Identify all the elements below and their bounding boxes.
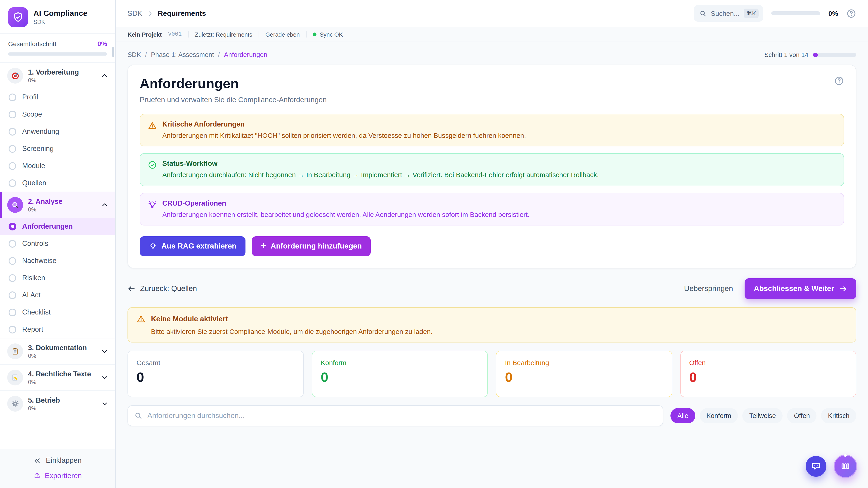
no-modules-warning: Keine Module aktiviert Bitte aktivieren …: [127, 307, 856, 343]
statusbar: Kein Projekt V001 Zuletzt: Requirements …: [116, 27, 868, 42]
section-title: 2. Analyse: [28, 197, 96, 205]
collapse-sidebar-button[interactable]: Einklappen: [34, 456, 82, 464]
stat-label: Offen: [689, 359, 847, 366]
filter-chip-kritisch[interactable]: Kritisch: [821, 408, 856, 423]
sidebar-scrollbar-thumb[interactable]: [112, 47, 114, 57]
section-title: 4. Rechtliche Texte: [28, 370, 96, 378]
breadcrumb: SDK Requirements: [127, 9, 206, 18]
radio-icon: [8, 274, 16, 282]
filter-chip-konform[interactable]: Konform: [700, 408, 738, 423]
filter-row: Alle Konform Teilweise Offen Kritisch: [127, 405, 856, 426]
chevron-up-icon: [101, 72, 108, 79]
add-requirement-button[interactable]: + Anforderung hinzufuegen: [252, 236, 371, 256]
step-indicator: Schritt 1 von 14: [764, 51, 856, 58]
radio-icon: [8, 291, 16, 299]
section-progress: 0%: [28, 353, 96, 359]
sidebar-section-betrieb[interactable]: 5. Betrieb 0%: [0, 390, 115, 417]
breadcrumb-current: Requirements: [158, 9, 206, 18]
section-progress: 0%: [28, 379, 96, 385]
keyboard-shortcut-badge: ⌘K: [743, 8, 758, 18]
export-button[interactable]: Exportieren: [33, 472, 82, 480]
chevron-down-icon: [101, 374, 108, 381]
global-search-button[interactable]: Suchen... ⌘K: [694, 5, 763, 22]
divider: [188, 31, 188, 37]
plus-icon: +: [261, 240, 266, 251]
floating-actions: [806, 455, 857, 478]
clipboard-icon: [7, 344, 23, 359]
sidebar-item-nachweise[interactable]: Nachweise: [0, 252, 115, 269]
alert-crud-operationen: CRUD-Operationen Anforderungen koennen e…: [140, 193, 844, 225]
sidebar-section-analyse[interactable]: 2. Analyse 0%: [0, 192, 115, 218]
upload-icon: [33, 472, 41, 480]
chevron-down-icon: [101, 348, 108, 355]
stat-label: Gesamt: [136, 359, 294, 366]
sidebar-item-module[interactable]: Module: [0, 157, 115, 174]
radio-icon: [8, 240, 16, 248]
stat-card-gesamt: Gesamt 0: [127, 351, 304, 397]
arrow-left-icon: [127, 285, 135, 293]
chevron-right-icon: [147, 10, 153, 17]
sidebar-item-controls[interactable]: Controls: [0, 235, 115, 252]
page-breadcrumb: SDK / Phase 1: Assessment / Anforderunge…: [127, 51, 268, 58]
section-title: 3. Dokumentation: [28, 344, 96, 352]
sync-status: Sync OK: [313, 31, 343, 38]
radio-icon: [8, 128, 16, 135]
finish-and-next-button[interactable]: Abschliessen & Weiter: [745, 278, 856, 299]
overall-progress-label: Gesamtfortschritt: [8, 40, 56, 47]
help-icon[interactable]: [846, 8, 856, 18]
sidebar-item-anforderungen[interactable]: Anforderungen: [0, 218, 115, 235]
arrow-right-icon: [839, 285, 847, 293]
requirements-card: Anforderungen Pruefen und verwalten Sie …: [127, 65, 856, 268]
page-breadcrumb-sdk[interactable]: SDK: [127, 51, 141, 58]
sync-ok-dot: [313, 33, 316, 36]
wizard-navigation: Zurueck: Quellen Ueberspringen Abschlies…: [127, 278, 856, 299]
sidebar-item-risiken[interactable]: Risiken: [0, 269, 115, 287]
sidebar-item-report[interactable]: Report: [0, 321, 115, 338]
warning-title: Keine Module aktiviert: [151, 315, 228, 323]
sidebar-section-vorbereitung[interactable]: 1. Vorbereitung 0%: [0, 62, 115, 89]
target-icon: [7, 68, 23, 84]
search-icon: [134, 412, 143, 420]
alert-kritische-anforderungen: Kritische Anforderungen Anforderungen mi…: [140, 114, 844, 147]
filter-chip-teilweise[interactable]: Teilweise: [743, 408, 783, 423]
requirements-search-input[interactable]: [147, 412, 657, 420]
filter-chip-offen[interactable]: Offen: [787, 408, 817, 423]
section-title: 1. Vorbereitung: [28, 68, 96, 76]
page-title: Anforderungen: [140, 76, 239, 91]
radio-icon: [8, 257, 16, 265]
extract-from-rag-button[interactable]: Aus RAG extrahieren: [140, 236, 246, 256]
double-chevron-left-icon: [34, 457, 41, 464]
app-logo-block: AI Compliance SDK: [0, 0, 115, 33]
chat-fab-button[interactable]: [806, 456, 827, 477]
sidebar-section-dokumentation[interactable]: 3. Dokumentation 0%: [0, 338, 115, 364]
header-progress-bar: [772, 11, 820, 15]
columns-fab-button[interactable]: [834, 455, 857, 478]
skip-button[interactable]: Ueberspringen: [684, 285, 733, 293]
project-name: Kein Projekt: [127, 31, 162, 38]
step-label: Schritt 1 von 14: [764, 51, 808, 58]
alert-title: CRUD-Operationen: [162, 199, 529, 207]
card-help-icon[interactable]: [834, 76, 844, 86]
filter-chip-alle[interactable]: Alle: [671, 408, 695, 423]
sidebar-item-scope[interactable]: Scope: [0, 106, 115, 123]
sidebar-item-anwendung[interactable]: Anwendung: [0, 123, 115, 140]
sidebar-item-ai-act[interactable]: AI Act: [0, 287, 115, 304]
sidebar-section-rechtliche-texte[interactable]: 4. Rechtliche Texte 0%: [0, 364, 115, 390]
sidebar-item-profil[interactable]: Profil: [0, 89, 115, 106]
stat-value: 0: [136, 369, 294, 385]
stat-card-offen: Offen 0: [680, 351, 856, 397]
back-to-quellen-button[interactable]: Zurueck: Quellen: [127, 285, 197, 293]
sidebar-item-quellen[interactable]: Quellen: [0, 174, 115, 192]
search-placeholder: Suchen...: [711, 9, 740, 17]
chevron-up-icon: [101, 201, 108, 208]
sidebar-item-screening[interactable]: Screening: [0, 140, 115, 157]
filter-chips: Alle Konform Teilweise Offen Kritisch: [671, 408, 856, 423]
sidebar: AI Compliance SDK Gesamtfortschritt 0%: [0, 0, 116, 488]
breadcrumb-root[interactable]: SDK: [127, 9, 143, 18]
columns-icon: [840, 461, 850, 471]
overall-progress-bar: [8, 53, 107, 56]
app-root: AI Compliance SDK Gesamtfortschritt 0%: [0, 0, 868, 488]
page-breadcrumb-phase[interactable]: Phase 1: Assessment: [151, 51, 214, 58]
lightbulb-icon: [148, 200, 157, 209]
sidebar-item-checklist[interactable]: Checklist: [0, 304, 115, 321]
